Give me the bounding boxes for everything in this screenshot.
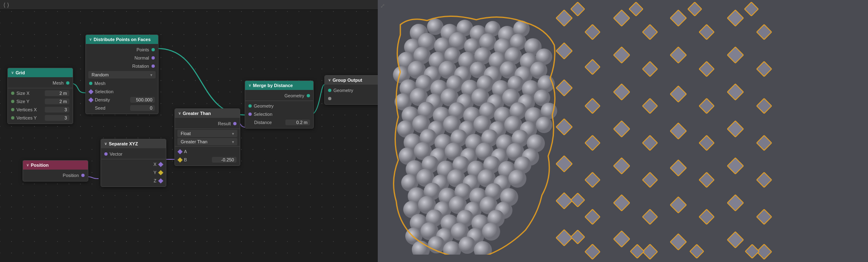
distribute-density-value[interactable]: 500.000 xyxy=(130,97,155,103)
svg-rect-147 xyxy=(556,193,572,209)
grid-verticesy-socket[interactable] xyxy=(11,116,14,120)
distribute-seed-value[interactable]: 0 xyxy=(130,105,155,111)
separate-y-socket[interactable] xyxy=(158,170,163,175)
greater-than-type-arrow: ▾ xyxy=(232,131,234,136)
svg-rect-175 xyxy=(670,197,687,213)
merge-geometry-input-socket[interactable] xyxy=(248,104,252,108)
svg-rect-199 xyxy=(630,244,644,258)
distribute-selection-socket[interactable] xyxy=(88,89,94,94)
separate-z-label: Z xyxy=(104,178,156,183)
group-output-chevron: ∨ xyxy=(328,78,331,82)
greater-than-header[interactable]: ∨ Greater Than xyxy=(175,109,240,118)
svg-rect-202 xyxy=(571,2,585,16)
svg-rect-189 xyxy=(727,232,744,248)
grid-verticesx-label: Vertices X xyxy=(16,107,45,112)
position-output-socket[interactable] xyxy=(81,174,85,177)
group-geometry-input: Geometry xyxy=(325,86,378,94)
grid-verticesx-socket[interactable] xyxy=(11,108,14,111)
svg-rect-178 xyxy=(699,62,714,77)
separate-xyz-body: Vector X Y Z xyxy=(101,148,166,186)
svg-rect-148 xyxy=(556,230,572,246)
separate-xyz-chevron: ∨ xyxy=(104,142,107,146)
svg-rect-157 xyxy=(613,47,630,63)
position-output: Position xyxy=(23,171,88,179)
grid-sizey-value[interactable]: 2 m xyxy=(45,99,69,104)
distribute-body: Points Normal Rotation Random ▾ Mesh xyxy=(86,44,158,114)
group-geometry-label: Geometry xyxy=(333,88,378,93)
svg-rect-169 xyxy=(643,244,658,260)
merge-title: Merge by Distance xyxy=(253,83,293,88)
distribute-rotation-socket[interactable] xyxy=(152,64,155,68)
greater-than-b-socket[interactable] xyxy=(177,157,183,163)
greater-than-body: Result Float ▾ Greater Than ▾ A B xyxy=(175,118,240,165)
separate-xyz-header[interactable]: ∨ Separate XYZ xyxy=(101,139,166,148)
svg-rect-191 xyxy=(757,62,772,77)
grid-node: ∨ Grid Mesh Size X 2 m Size Y 2 m Vertic… xyxy=(7,68,73,124)
distribute-points-output: Points xyxy=(86,46,158,54)
group-output-header[interactable]: ∨ Group Output xyxy=(325,76,378,85)
greater-than-type-dropdown[interactable]: Float ▾ xyxy=(177,130,237,137)
svg-rect-193 xyxy=(757,136,772,151)
grid-verticesy-value[interactable]: 3 xyxy=(45,115,69,121)
merge-header[interactable]: ∨ Merge by Distance xyxy=(245,81,313,90)
svg-rect-195 xyxy=(757,209,772,225)
distribute-rotation-label: Rotation xyxy=(89,64,149,69)
svg-rect-183 xyxy=(727,10,744,26)
svg-rect-203 xyxy=(629,2,643,16)
grid-mesh-label: Mesh xyxy=(11,80,64,85)
topbar-nav-arrows[interactable]: ⟨ ⟩ xyxy=(3,2,9,8)
viewport-corner-icon: ⤢ xyxy=(380,2,385,9)
merge-distance-input: Distance 0.2 m xyxy=(245,118,313,126)
svg-rect-159 xyxy=(613,121,630,137)
greater-than-op-dropdown[interactable]: Greater Than ▾ xyxy=(177,138,237,145)
greater-than-a-socket[interactable] xyxy=(177,149,183,154)
distribute-points-socket[interactable] xyxy=(152,48,155,51)
distribute-mesh-input-socket[interactable] xyxy=(89,82,92,85)
separate-z-socket[interactable] xyxy=(158,178,163,184)
grid-mesh-socket[interactable] xyxy=(66,81,69,85)
svg-rect-150 xyxy=(585,60,600,75)
grid-sizex-row: Size X 2 m xyxy=(8,89,73,97)
group-geometry-socket[interactable] xyxy=(328,89,331,92)
distribute-normal-socket[interactable] xyxy=(152,56,155,60)
merge-distance-value[interactable]: 0.2 m xyxy=(285,120,310,125)
separate-x-socket[interactable] xyxy=(158,162,163,167)
greater-than-result-socket[interactable] xyxy=(233,122,237,125)
grid-verticesx-value[interactable]: 3 xyxy=(45,107,69,113)
grid-title: Grid xyxy=(16,70,25,75)
distribute-density-socket[interactable] xyxy=(88,97,94,103)
grid-node-header[interactable]: ∨ Grid xyxy=(8,68,73,77)
svg-rect-161 xyxy=(613,195,630,211)
separate-x-label: X xyxy=(104,162,156,167)
separate-vector-socket[interactable] xyxy=(104,152,108,156)
greater-than-op-label: Greater Than xyxy=(181,139,232,144)
greater-than-b-value[interactable]: -0.250 xyxy=(212,157,237,163)
group-output-body: Geometry xyxy=(325,85,378,104)
merge-selection-socket[interactable] xyxy=(248,113,252,116)
distribute-mode-arrow: ▾ xyxy=(150,73,152,77)
distribute-header[interactable]: ∨ Distribute Points on Faces xyxy=(86,35,158,44)
svg-rect-154 xyxy=(585,209,600,225)
svg-rect-179 xyxy=(699,99,714,114)
greater-than-result-output: Result xyxy=(175,120,240,128)
merge-sep xyxy=(245,101,313,101)
svg-rect-180 xyxy=(699,136,714,151)
greater-than-b-label: B xyxy=(184,157,212,162)
grid-sizex-socket[interactable] xyxy=(11,92,14,95)
grid-sizey-socket[interactable] xyxy=(11,100,14,103)
grid-sizex-value[interactable]: 2 m xyxy=(45,90,69,96)
svg-rect-144 xyxy=(556,80,572,96)
merge-geometry-output-socket[interactable] xyxy=(307,94,310,97)
separate-xyz-node: ∨ Separate XYZ Vector X Y Z xyxy=(101,139,166,187)
svg-rect-187 xyxy=(727,158,744,174)
distribute-mode-dropdown[interactable]: Random ▾ xyxy=(88,71,156,78)
group-empty-socket[interactable] xyxy=(328,97,331,100)
svg-rect-176 xyxy=(670,234,687,250)
greater-than-title: Greater Than xyxy=(183,111,211,116)
svg-rect-194 xyxy=(757,172,772,188)
distribute-mesh-input: Mesh xyxy=(86,79,158,87)
position-header[interactable]: ∨ Position xyxy=(23,161,88,170)
merge-chevron: ∨ xyxy=(248,83,251,87)
distribute-selection-label: Selection xyxy=(95,89,155,94)
svg-rect-162 xyxy=(613,231,630,247)
